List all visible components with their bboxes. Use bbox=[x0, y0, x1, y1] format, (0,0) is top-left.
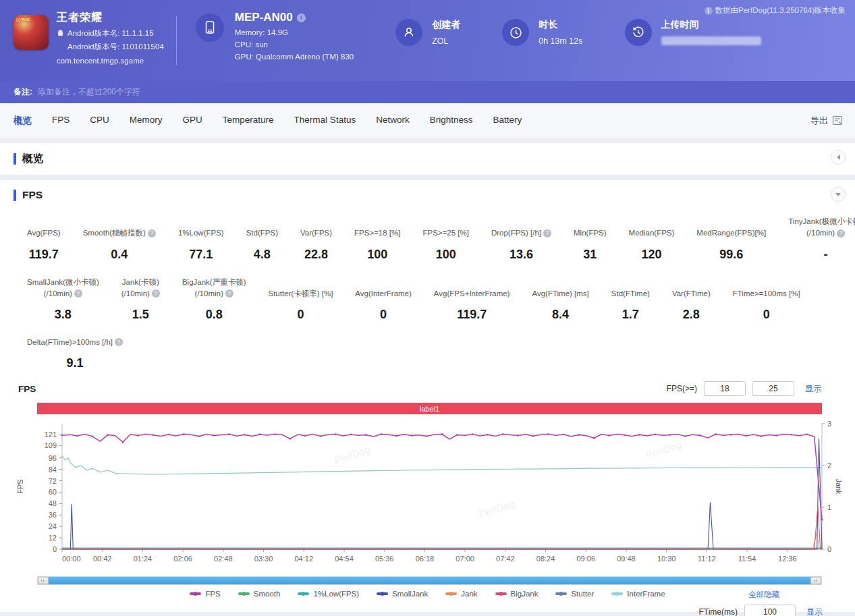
svg-text:60: 60 bbox=[49, 488, 57, 497]
legend-swatch bbox=[555, 592, 567, 595]
svg-text:121: 121 bbox=[45, 430, 57, 439]
app-badge: 10周年 bbox=[16, 17, 30, 24]
ftime-show-link[interactable]: 显示 bbox=[806, 607, 823, 616]
legend-swatch bbox=[445, 592, 457, 595]
tab-CPU[interactable]: CPU bbox=[90, 115, 109, 127]
fps-threshold-input-1[interactable] bbox=[704, 381, 746, 396]
help-icon[interactable]: ? bbox=[837, 229, 845, 237]
fps-collapse-button[interactable] bbox=[831, 187, 846, 202]
metric-label: Drop(FPS) [/h]? bbox=[491, 227, 551, 239]
overview-collapse-button[interactable] bbox=[831, 150, 846, 165]
info-icon: i bbox=[705, 7, 713, 15]
metric-value: 1.5 bbox=[132, 308, 149, 322]
help-icon[interactable]: ? bbox=[225, 289, 233, 298]
legend-item-Smooth[interactable]: Smooth bbox=[238, 590, 281, 598]
svg-text:05:36: 05:36 bbox=[375, 555, 394, 563]
legend-item-Stutter[interactable]: Stutter bbox=[555, 590, 594, 598]
fps-chart[interactable]: PerfDogPerfDogPerfDog0122436486072849610… bbox=[13, 416, 842, 575]
svg-text:04:12: 04:12 bbox=[295, 555, 314, 563]
remark-bar[interactable]: 备注: 添加备注，不超过200个字符 bbox=[0, 81, 855, 103]
metric: Avg(InterFrame)0 bbox=[355, 288, 412, 322]
metric-label: TinyJank(极微小卡顿)(/10min)? bbox=[788, 216, 855, 240]
tab-FPS[interactable]: FPS bbox=[52, 115, 70, 127]
hide-all-link[interactable]: 全部隐藏 bbox=[748, 590, 779, 600]
upload-time-icon bbox=[625, 19, 652, 46]
scrollbar-right-handle[interactable] bbox=[810, 577, 821, 584]
tab-概览[interactable]: 概览 bbox=[13, 115, 32, 127]
ftime-input[interactable] bbox=[744, 605, 796, 616]
legend-swatch bbox=[238, 592, 250, 595]
metric-value: 119.7 bbox=[29, 248, 59, 262]
metric-value: 13.6 bbox=[509, 248, 533, 262]
metric: Avg(FPS)119.7 bbox=[27, 227, 61, 261]
tab-Thermal Status[interactable]: Thermal Status bbox=[294, 115, 356, 127]
svg-text:0: 0 bbox=[53, 545, 57, 553]
legend-label: 1%Low(FPS) bbox=[313, 590, 359, 598]
tab-GPU[interactable]: GPU bbox=[183, 115, 202, 127]
tab-Brightness[interactable]: Brightness bbox=[430, 115, 473, 127]
metric-label: FTime>=100ms [%] bbox=[733, 288, 800, 300]
scrollbar-track[interactable] bbox=[49, 577, 810, 584]
scrollbar-left-handle[interactable] bbox=[38, 577, 49, 584]
metric: MedRange(FPS)[%]99.6 bbox=[696, 227, 766, 261]
tab-Memory[interactable]: Memory bbox=[130, 115, 163, 127]
tab-Temperature[interactable]: Temperature bbox=[223, 115, 274, 127]
legend-item-1%Low(FPS)[interactable]: 1%Low(FPS) bbox=[298, 590, 359, 598]
help-icon[interactable]: ? bbox=[148, 229, 156, 237]
fps-threshold-input-2[interactable] bbox=[752, 381, 794, 396]
fps-chart-heading: FPS bbox=[18, 384, 36, 394]
svg-text:3: 3 bbox=[827, 420, 831, 428]
legend-item-InterFrame[interactable]: InterFrame bbox=[611, 590, 665, 598]
metric: Median(FPS)120 bbox=[629, 227, 675, 261]
metric: Var(FPS)22.8 bbox=[300, 227, 332, 261]
chevron-down-icon bbox=[835, 193, 841, 196]
metric-label: Var(FTime) bbox=[672, 288, 711, 300]
metric-label: Std(FTime) bbox=[611, 288, 650, 300]
legend-swatch bbox=[377, 592, 388, 595]
help-icon[interactable]: ? bbox=[152, 289, 160, 298]
help-icon[interactable]: ? bbox=[74, 289, 82, 298]
tab-Battery[interactable]: Battery bbox=[493, 115, 522, 127]
metric-label: Delta(FTime)>100ms [/h]? bbox=[27, 337, 123, 348]
metric: Min(FPS)31 bbox=[574, 227, 607, 261]
help-icon[interactable]: ? bbox=[115, 338, 123, 346]
collect-note: i 数据由PerfDog(11.3.250764)版本收集 bbox=[705, 5, 846, 16]
svg-text:01:24: 01:24 bbox=[134, 555, 153, 563]
svg-text:48: 48 bbox=[49, 500, 57, 508]
legend-swatch bbox=[611, 592, 623, 595]
svg-text:07:42: 07:42 bbox=[496, 555, 515, 563]
overview-card: 概览 bbox=[0, 143, 855, 175]
svg-text:09:06: 09:06 bbox=[576, 555, 595, 563]
chart-range-scrollbar[interactable] bbox=[37, 576, 822, 585]
device-info-icon[interactable]: i bbox=[297, 13, 306, 22]
chart-label-banner: label1 bbox=[37, 403, 822, 414]
legend-label: SmallJank bbox=[392, 590, 428, 598]
metric: FTime>=100ms [%]0 bbox=[733, 288, 800, 322]
svg-text:08:24: 08:24 bbox=[536, 555, 555, 563]
legend-label: FPS bbox=[205, 590, 220, 598]
legend-item-BigJank[interactable]: BigJank bbox=[495, 590, 539, 598]
device-name: MEP-AN00 bbox=[235, 11, 293, 24]
duration-label: 时长 bbox=[539, 19, 582, 31]
svg-text:11:12: 11:12 bbox=[698, 555, 716, 563]
upload-time-label: 上传时间 bbox=[661, 19, 761, 31]
metric-label: FPS>=25 [%] bbox=[422, 227, 468, 239]
fps-metrics-row1: Avg(FPS)119.7Smooth(稳帧指数)?0.41%Low(FPS)7… bbox=[0, 205, 855, 262]
export-button[interactable]: 导出 bbox=[810, 115, 843, 127]
legend-swatch bbox=[190, 592, 201, 595]
metric-value: 0 bbox=[763, 308, 770, 322]
metric-label: Smooth(稳帧指数)? bbox=[83, 227, 156, 239]
legend-item-SmallJank[interactable]: SmallJank bbox=[377, 590, 428, 598]
legend-swatch bbox=[298, 592, 309, 595]
metric-value: 0 bbox=[380, 308, 387, 322]
legend-item-FPS[interactable]: FPS bbox=[190, 590, 220, 598]
metric-label: 1%Low(FPS) bbox=[178, 227, 224, 239]
svg-text:12:36: 12:36 bbox=[778, 555, 797, 563]
legend-item-Jank[interactable]: Jank bbox=[445, 590, 477, 598]
tab-Network[interactable]: Network bbox=[376, 115, 410, 127]
help-icon[interactable]: ? bbox=[543, 229, 551, 237]
android-icon bbox=[57, 30, 64, 37]
fps-show-link[interactable]: 显示 bbox=[805, 383, 821, 395]
metric: TinyJank(极微小卡顿)(/10min)?- bbox=[788, 216, 855, 262]
export-icon bbox=[832, 115, 843, 125]
